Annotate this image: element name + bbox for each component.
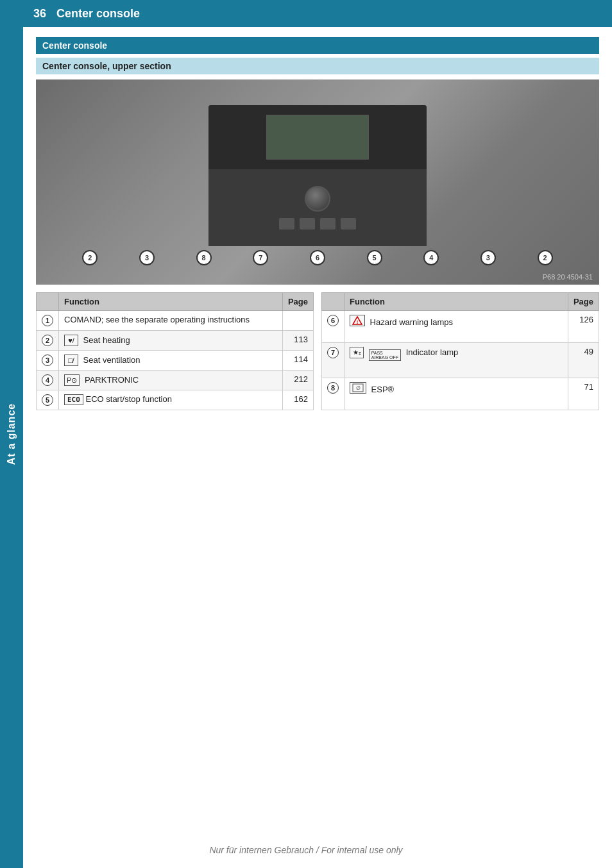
row-function: □/ Seat ventilation bbox=[59, 351, 283, 371]
table-row: 5 ECO ECO start/stop function 162 bbox=[37, 390, 314, 410]
right-col-page-header: Page bbox=[568, 293, 599, 311]
tables-container: Function Page 1 COMAND; see the separate… bbox=[36, 292, 599, 410]
main-content: Center console Center console, upper sec… bbox=[23, 27, 612, 421]
callout-2b: 2 bbox=[538, 250, 553, 265]
esp-icon: ∅ bbox=[350, 382, 366, 394]
row-number: 4 bbox=[37, 371, 59, 390]
table-row: 7 ★₂ PASSAIRBAG OFF Indicator lamp 49 bbox=[322, 342, 599, 378]
panel-knob bbox=[305, 186, 330, 212]
row-function: ♥/ Seat heating bbox=[59, 331, 283, 351]
seat-vent-icon: □/ bbox=[64, 355, 78, 366]
page-title: Center console bbox=[56, 7, 140, 21]
table-row: 8 ∅ ESP® 71 bbox=[322, 378, 599, 410]
row-number: 8 bbox=[322, 378, 344, 410]
console-image-bg: 2 3 8 7 6 5 4 3 2 P68 20 4504-31 bbox=[36, 79, 599, 285]
row-page: 212 bbox=[282, 371, 313, 390]
watermark-text: Nur für internen Gebrauch / For internal… bbox=[209, 845, 402, 855]
hazard-icon: ! bbox=[350, 315, 365, 326]
row-page: 162 bbox=[282, 390, 313, 410]
panel-bottom bbox=[208, 169, 427, 246]
panel-screen bbox=[266, 115, 369, 160]
right-col-number-header bbox=[322, 293, 344, 311]
callout-3b: 3 bbox=[480, 250, 496, 265]
svg-text:!: ! bbox=[357, 319, 359, 325]
top-header-bar: 36 Center console bbox=[23, 0, 612, 27]
left-function-table: Function Page 1 COMAND; see the separate… bbox=[36, 292, 314, 410]
row-number: 5 bbox=[37, 390, 59, 410]
table-row: 1 COMAND; see the separate operating ins… bbox=[37, 311, 314, 331]
left-col-function-header: Function bbox=[59, 293, 283, 311]
left-col-number-header bbox=[37, 293, 59, 311]
section-header-text: Center console bbox=[42, 40, 107, 51]
row-function: ∅ ESP® bbox=[344, 378, 568, 410]
row-number: 3 bbox=[37, 351, 59, 371]
callout-8: 8 bbox=[196, 250, 212, 265]
table-row: 6 ! Hazard warning lamps 126 bbox=[322, 311, 599, 343]
image-caption: P68 20 4504-31 bbox=[543, 273, 593, 281]
sub-section-header: Center console, upper section bbox=[36, 58, 599, 74]
side-tab-label: At a glance bbox=[6, 403, 17, 465]
row-function: COMAND; see the separate operating instr… bbox=[59, 311, 283, 331]
page-number: 36 bbox=[33, 7, 46, 21]
row-page bbox=[282, 311, 313, 331]
row-function: P⊙ PARKTRONIC bbox=[59, 371, 283, 390]
table-row: 4 P⊙ PARKTRONIC 212 bbox=[37, 371, 314, 390]
svg-text:∅: ∅ bbox=[356, 385, 361, 391]
row-number: 2 bbox=[37, 331, 59, 351]
sub-section-header-text: Center console, upper section bbox=[42, 61, 171, 71]
row-number: 1 bbox=[37, 311, 59, 331]
table-row: 2 ♥/ Seat heating 113 bbox=[37, 331, 314, 351]
row-page: 126 bbox=[568, 311, 599, 343]
row-number: 6 bbox=[322, 311, 344, 343]
left-col-page-header: Page bbox=[282, 293, 313, 311]
right-col-function-header: Function bbox=[344, 293, 568, 311]
console-image: 2 3 8 7 6 5 4 3 2 P68 20 4504-31 bbox=[36, 79, 599, 285]
pass-airbag-icon: PASSAIRBAG OFF bbox=[369, 349, 401, 361]
table-row: 3 □/ Seat ventilation 114 bbox=[37, 351, 314, 371]
section-header: Center console bbox=[36, 37, 599, 54]
callout-7: 7 bbox=[253, 250, 268, 265]
bottom-watermark: Nur für internen Gebrauch / For internal… bbox=[0, 845, 612, 855]
callout-3a: 3 bbox=[139, 250, 155, 265]
seat-heat-icon: ♥/ bbox=[64, 335, 78, 346]
parktronic-icon: P⊙ bbox=[64, 374, 80, 386]
callout-5: 5 bbox=[367, 250, 382, 265]
panel-top bbox=[208, 105, 427, 169]
indicator-icon: ★₂ bbox=[350, 347, 364, 358]
row-number: 7 bbox=[322, 342, 344, 378]
callout-4: 4 bbox=[423, 250, 439, 265]
row-page: 113 bbox=[282, 331, 313, 351]
callout-6: 6 bbox=[310, 250, 325, 265]
eco-icon: ECO bbox=[64, 394, 83, 405]
row-page: 49 bbox=[568, 342, 599, 378]
right-function-table: Function Page 6 ! bbox=[321, 292, 599, 410]
row-function: ECO ECO start/stop function bbox=[59, 390, 283, 410]
row-function: ! Hazard warning lamps bbox=[344, 311, 568, 343]
row-page: 114 bbox=[282, 351, 313, 371]
row-function: ★₂ PASSAIRBAG OFF Indicator lamp bbox=[344, 342, 568, 378]
side-tab: At a glance bbox=[0, 0, 23, 868]
callout-2a: 2 bbox=[82, 250, 98, 265]
center-panel bbox=[208, 105, 427, 246]
row-page: 71 bbox=[568, 378, 599, 410]
callout-row: 2 3 8 7 6 5 4 3 2 bbox=[36, 250, 599, 265]
